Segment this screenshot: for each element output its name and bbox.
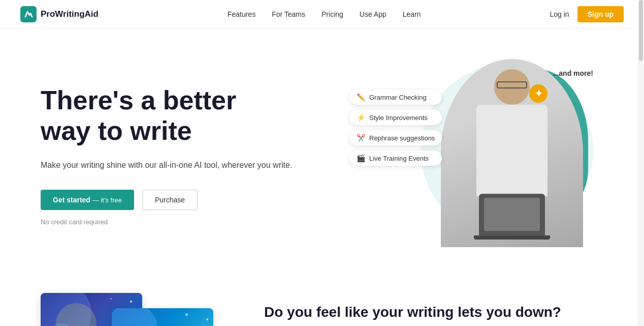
hero-buttons: Get started — it's free Purchase bbox=[41, 190, 292, 210]
laptop-screen bbox=[484, 198, 540, 231]
section2-text: Do you feel like your writing lets you d… bbox=[264, 293, 603, 326]
laptop bbox=[479, 194, 545, 237]
hero-illustration: ...and more! ✦ ✏️ Grammar Checking ⚡ Sty… bbox=[349, 59, 603, 252]
laptop-base bbox=[474, 235, 550, 240]
scrollbar-track[interactable] bbox=[638, 0, 644, 326]
and-more-label: ...and more! bbox=[553, 69, 593, 77]
get-started-button[interactable]: Get started — it's free bbox=[41, 190, 134, 210]
nav-actions: Log in Sign up bbox=[550, 6, 624, 22]
login-link[interactable]: Log in bbox=[550, 10, 569, 18]
pill-grammar-label: Grammar Checking bbox=[369, 94, 427, 101]
section2: My idea in my head Do you feel like your… bbox=[0, 273, 644, 326]
hero-person bbox=[441, 59, 583, 247]
training-icon: 🎬 bbox=[357, 154, 365, 162]
pill-training: 🎬 Live Training Events bbox=[349, 151, 442, 166]
logo-icon bbox=[20, 6, 37, 22]
section2-title: Do you feel like your writing lets you d… bbox=[264, 303, 603, 321]
image-card-2 bbox=[112, 308, 213, 326]
nav-use-app[interactable]: Use App bbox=[360, 10, 387, 18]
grammar-icon: ✏️ bbox=[357, 93, 365, 101]
person-inner bbox=[441, 59, 583, 247]
pill-training-label: Live Training Events bbox=[369, 155, 429, 162]
hero-subtitle: Make your writing shine with our all-in-… bbox=[41, 159, 292, 172]
pill-rephrase-label: Rephrase suggestions bbox=[369, 134, 435, 142]
person-body bbox=[476, 105, 548, 196]
style-icon: ⚡ bbox=[357, 113, 365, 122]
scrollbar-thumb[interactable] bbox=[639, 0, 643, 61]
hero-left: There's a better way to write Make your … bbox=[41, 85, 292, 226]
hero-note: No credit card required bbox=[41, 218, 292, 226]
nav-learn[interactable]: Learn bbox=[403, 10, 421, 18]
nav-links: Features For Teams Pricing Use App Learn bbox=[228, 10, 421, 18]
signup-button[interactable]: Sign up bbox=[577, 6, 624, 22]
nav-pricing[interactable]: Pricing bbox=[321, 10, 343, 18]
hero-title: There's a better way to write bbox=[41, 85, 292, 146]
pill-rephrase: ✂️ Rephrase suggestions bbox=[349, 130, 442, 145]
rephrase-icon: ✂️ bbox=[357, 134, 365, 142]
pill-style: ⚡ Style Improvements bbox=[349, 110, 442, 125]
purchase-button[interactable]: Purchase bbox=[142, 190, 198, 210]
logo-link[interactable]: ProWritingAid bbox=[20, 6, 99, 22]
brand-name: ProWritingAid bbox=[41, 9, 99, 19]
person-glasses bbox=[497, 81, 527, 88]
pill-grammar: ✏️ Grammar Checking bbox=[349, 90, 442, 105]
hero-section: There's a better way to write Make your … bbox=[0, 28, 644, 273]
navbar: ProWritingAid Features For Teams Pricing… bbox=[0, 0, 644, 28]
nav-features[interactable]: Features bbox=[228, 10, 255, 18]
section2-images: My idea in my head bbox=[41, 293, 234, 326]
feature-pills: ✏️ Grammar Checking ⚡ Style Improvements… bbox=[349, 90, 442, 166]
star-badge: ✦ bbox=[529, 84, 548, 103]
pill-style-label: Style Improvements bbox=[369, 114, 428, 122]
nav-for-teams[interactable]: For Teams bbox=[272, 10, 305, 18]
